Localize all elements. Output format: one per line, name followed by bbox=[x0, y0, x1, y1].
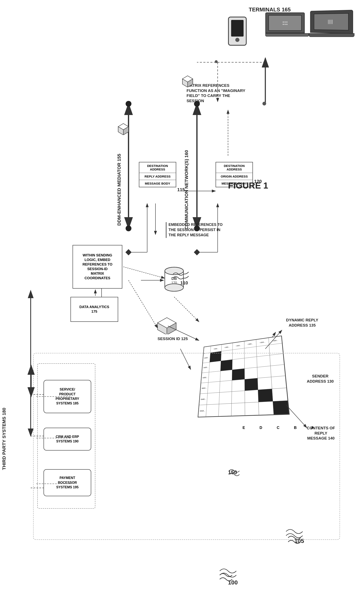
msg120-origin: ORIGIN ADDRESS bbox=[216, 173, 252, 180]
terminals-label: TERMINALS 165 bbox=[249, 6, 291, 13]
svg-marker-21 bbox=[194, 249, 200, 255]
msg115-dest: DESTINATION ADDRESS bbox=[139, 162, 176, 173]
svg-text:DB: DB bbox=[171, 277, 177, 281]
embedded-ref-note: EMBEDDED REFERENCES TO THE SESSION-ID PE… bbox=[166, 222, 234, 238]
mobile-device bbox=[228, 17, 247, 46]
node-ddm-bot bbox=[126, 225, 131, 231]
within-sending-box: WITHIN SENDING LOGIC, EMBED REFERENCES T… bbox=[73, 245, 122, 289]
node-comm bbox=[194, 101, 200, 107]
laptop-device-2: ▌▌▌▌▌▌▌▌ bbox=[309, 10, 354, 42]
msg115-body: MESSAGE BODY bbox=[139, 180, 176, 187]
svg-line-51 bbox=[123, 267, 165, 278]
ref-110: 110 bbox=[180, 280, 188, 286]
svg-marker-18 bbox=[125, 249, 132, 255]
msg115-reply: REPLY ADDRESS bbox=[139, 173, 176, 180]
ref-100: 100 bbox=[228, 579, 238, 586]
dynamic-reply-label: DYNAMIC REPLY ADDRESS 135 bbox=[286, 318, 318, 328]
svg-point-38 bbox=[165, 267, 183, 275]
node-ddm bbox=[126, 101, 131, 107]
node-comm-bot bbox=[194, 225, 200, 231]
node-terminal-top bbox=[262, 102, 266, 105]
data-analytics-text: DATA ANALYTICS 175 bbox=[79, 305, 109, 314]
msg115-number: 115 bbox=[177, 187, 185, 193]
cube-1 bbox=[180, 73, 195, 87]
third-party-label: THIRD PARTY SYSTEMS 180 bbox=[1, 408, 7, 470]
message-box-115: DESTINATION ADDRESS REPLY ADDRESS MESSAG… bbox=[139, 162, 176, 187]
ddm-mediator-label: DDM-ENHANCED MEDIATOR 155 bbox=[116, 154, 122, 226]
figure-caption: FIGURE 1 bbox=[228, 181, 268, 191]
svg-line-14 bbox=[129, 280, 157, 328]
node-dashed-mid bbox=[215, 60, 218, 63]
laptop-device: ■ ■ ■■ ■ ■ bbox=[265, 13, 307, 40]
matrix-ref-note: MATRIX REFERENCES FUNCTION AS AN "IMAGIN… bbox=[187, 83, 249, 104]
diagram-container: THIRD PARTY SYSTEMS 180 DDM-ENHANCED MED… bbox=[0, 0, 364, 616]
within-sending-text: WITHIN SENDING LOGIC, EMBED REFERENCES T… bbox=[82, 253, 112, 281]
outer-boundary bbox=[33, 353, 340, 540]
data-analytics-box: DATA ANALYTICS 175 bbox=[70, 297, 118, 322]
session-id-label: SESSION ID 125 bbox=[157, 336, 188, 341]
svg-text:170: 170 bbox=[171, 281, 177, 285]
cube-2 bbox=[116, 120, 130, 135]
msg120-dest: DESTINATION ADDRESS bbox=[216, 162, 252, 173]
session-id-cube bbox=[153, 311, 180, 334]
